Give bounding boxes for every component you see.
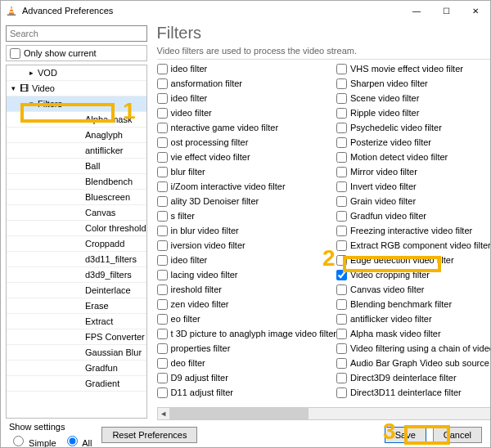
tree-item[interactable]: Gradfun [7,361,146,376]
filter-checkbox[interactable] [336,64,347,74]
filter-row[interactable]: ansformation filter [157,76,336,91]
only-show-current-checkbox[interactable] [10,48,20,59]
filter-row[interactable]: ideo filter [157,91,336,105]
filter-row[interactable]: Scene video filter [336,91,491,105]
filter-checkbox[interactable] [336,93,347,104]
filter-row[interactable]: video filter [157,105,336,120]
filter-checkbox[interactable] [336,226,347,236]
filter-checkbox[interactable] [157,137,168,148]
tree-item[interactable]: Ball [7,159,146,174]
tree-item[interactable]: Blendbench [7,174,146,190]
tree-item[interactable]: antiflicker [7,143,146,159]
close-button[interactable]: ✕ [461,1,490,20]
filter-checkbox[interactable] [336,123,347,133]
filter-row[interactable]: s filter [157,208,336,223]
radio-all[interactable]: All [63,433,92,448]
filter-row[interactable]: Alpha mask video filter [336,326,491,341]
filter-row[interactable]: Video filtering using a chain of video f… [336,341,491,356]
filter-row[interactable]: VHS movie effect video filter [336,61,491,76]
filter-row[interactable]: Direct3D11 deinterlace filter [336,385,491,400]
filter-checkbox[interactable] [157,152,168,163]
filter-row[interactable]: Freezing interactive video filter [336,223,491,238]
radio-simple[interactable]: Simple [9,433,56,448]
filter-checkbox[interactable] [157,64,168,74]
filter-checkbox[interactable] [157,78,168,89]
filter-checkbox[interactable] [157,196,168,207]
tree-item[interactable]: ▸VOD [7,65,146,81]
filter-checkbox[interactable] [157,343,168,354]
filter-row[interactable]: vie effect video filter [157,150,336,164]
filter-row[interactable]: Canvas video filter [336,282,491,297]
filter-row[interactable]: Psychedelic video filter [336,120,491,135]
tree-item[interactable]: FPS Converter [7,329,146,345]
tree-item[interactable]: Extract [7,314,146,329]
filter-checkbox[interactable] [157,299,168,310]
filter-row[interactable]: D9 adjust filter [157,370,336,385]
tree-item[interactable]: d3d11_filters [7,252,146,267]
filter-row[interactable]: eo filter [157,311,336,326]
filter-row[interactable]: Extract RGB component video filter [336,238,491,253]
scroll-thumb[interactable] [169,408,309,419]
filter-checkbox[interactable] [336,240,347,251]
filter-checkbox[interactable] [336,167,347,177]
filter-row[interactable]: Edge detection video filter [336,253,491,267]
filter-row[interactable]: blur filter [157,164,336,179]
tree-item[interactable]: Alpha mask [7,112,146,128]
filter-row[interactable]: Posterize video filter [336,135,491,150]
filter-row[interactable]: properties filter [157,341,336,356]
filter-checkbox[interactable] [157,181,168,192]
tree-item[interactable]: Deinterlace [7,283,146,298]
filter-row[interactable]: Audio Bar Graph Video sub source [336,356,491,370]
filter-checkbox[interactable] [157,255,168,266]
filter-checkbox[interactable] [336,152,347,163]
filter-checkbox[interactable] [336,270,347,280]
settings-tree[interactable]: ▸VOD▾🎞Video▾FiltersAlpha maskAnaglyphant… [6,65,147,419]
filter-checkbox[interactable] [157,93,168,104]
tree-item[interactable]: Anaglyph [7,128,146,143]
filter-checkbox[interactable] [336,108,347,119]
filter-row[interactable]: Grain video filter [336,194,491,208]
filter-checkbox[interactable] [336,299,347,310]
filter-row[interactable]: Ripple video filter [336,105,491,120]
filter-row[interactable]: Direct3D9 deinterlace filter [336,370,491,385]
filter-row[interactable]: Blending benchmark filter [336,297,491,311]
maximize-button[interactable]: ☐ [431,1,461,20]
filter-checkbox[interactable] [157,270,168,280]
tree-item[interactable]: Gradient [7,376,146,392]
filter-row[interactable]: lacing video filter [157,267,336,282]
tree-item[interactable]: Canvas [7,205,146,221]
filter-checkbox[interactable] [157,284,168,295]
filter-row[interactable]: antiflicker video filter [336,311,491,326]
filter-checkbox[interactable] [336,343,347,354]
filter-row[interactable]: ideo filter [157,61,336,76]
filter-checkbox[interactable] [336,284,347,295]
filter-row[interactable]: ireshold filter [157,282,336,297]
filter-checkbox[interactable] [157,240,168,251]
filter-checkbox[interactable] [336,255,347,266]
filter-checkbox[interactable] [336,78,347,89]
reset-preferences-button[interactable]: Reset Preferences [101,427,197,443]
tree-item[interactable]: Erase [7,298,146,314]
filter-row[interactable]: Motion detect video filter [336,150,491,164]
filter-checkbox[interactable] [157,211,168,222]
filter-checkbox[interactable] [336,358,347,369]
filter-row[interactable]: in blur video filter [157,223,336,238]
filter-checkbox[interactable] [157,167,168,177]
filter-row[interactable]: zen video filter [157,297,336,311]
filter-row[interactable]: Gradfun video filter [336,208,491,223]
filter-checkbox[interactable] [157,314,168,325]
filter-checkbox[interactable] [336,388,347,398]
filter-row[interactable]: nteractive game video filter [157,120,336,135]
filter-checkbox[interactable] [157,329,168,339]
minimize-button[interactable]: — [402,1,431,20]
cancel-button[interactable]: Cancel [433,427,482,443]
filter-checkbox[interactable] [157,373,168,383]
filter-row[interactable]: ality 3D Denoiser filter [157,194,336,208]
tree-item[interactable]: Croppadd [7,236,146,252]
filter-row[interactable]: Video cropping filter [336,267,491,282]
filter-row[interactable]: t 3D picture to anaglyph image video fil… [157,326,336,341]
filter-checkbox[interactable] [157,226,168,236]
only-show-current[interactable]: Only show current [6,45,147,61]
tree-item[interactable]: ▾🎞Video [7,81,146,96]
filter-row[interactable]: i/Zoom interactive video filter [157,179,336,194]
